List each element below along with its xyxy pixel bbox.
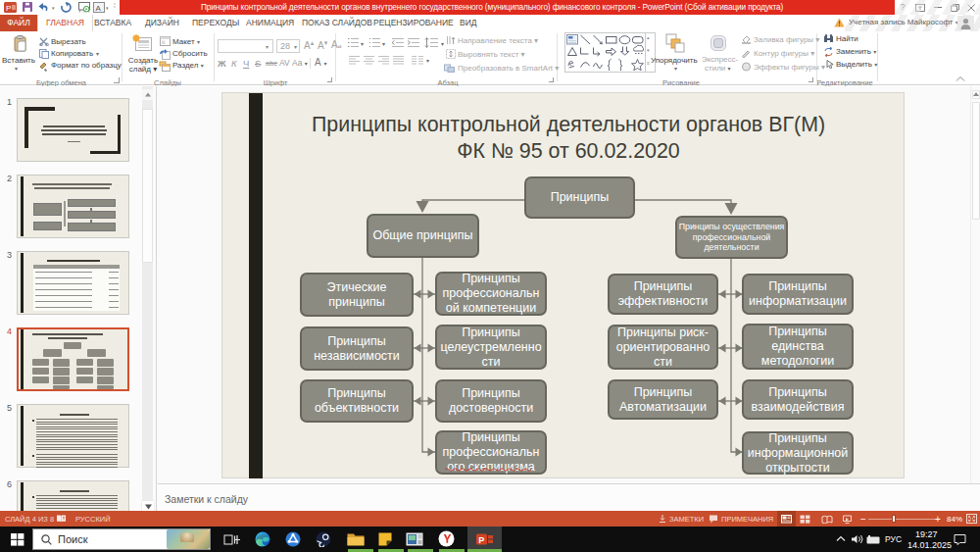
svg-text:A: A xyxy=(96,4,102,13)
svg-text:P: P xyxy=(478,535,484,545)
svg-text:P: P xyxy=(6,3,11,12)
